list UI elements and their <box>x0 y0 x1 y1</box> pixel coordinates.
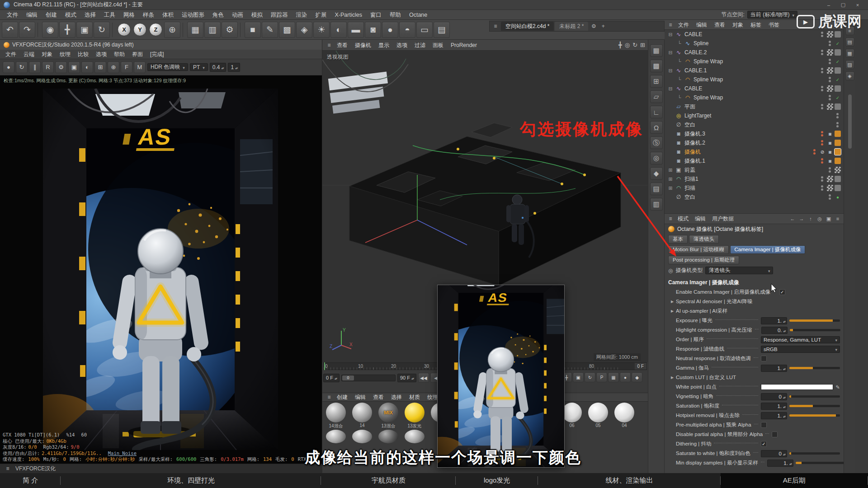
texture-tag-icon[interactable] <box>827 49 833 56</box>
expander-icon[interactable]: └ <box>676 95 683 100</box>
dropdown[interactable]: Response, Gamma, LUT <box>761 336 840 343</box>
material-thumbnail[interactable] <box>324 430 348 443</box>
pause-render-icon[interactable]: ∥ <box>29 61 41 73</box>
camera-tag-icon[interactable]: ◙ <box>827 149 833 155</box>
value-field[interactable]: 0. <box>761 327 788 334</box>
om-menu-item[interactable]: 编辑 <box>693 20 711 30</box>
kernel-select[interactable]: PT <box>190 63 208 71</box>
axis-icon[interactable]: ∟ <box>650 106 663 118</box>
camera-tag-icon[interactable]: ◙ <box>827 158 833 164</box>
menu-item[interactable]: 选择 <box>80 10 100 20</box>
attribute-tab[interactable]: Motion Blur | 运动模糊 <box>668 245 729 254</box>
viewer-menu-item[interactable]: 比较 <box>74 50 92 59</box>
tree-row[interactable]: ⊞ ◠ 扫描 <box>665 183 844 192</box>
material-thumbnail[interactable]: 14混合 <box>324 403 348 428</box>
texture-tag-icon[interactable] <box>827 176 833 182</box>
tree-row[interactable]: ◙ 摄像机.3 ◙ <box>665 129 844 138</box>
separator[interactable] <box>112 23 114 37</box>
visibility-dots[interactable] <box>829 167 831 173</box>
filmstrip-icon[interactable]: ▤ <box>434 22 450 38</box>
minimize-button[interactable]: – <box>822 1 835 9</box>
menu-item[interactable]: 模式 <box>61 10 80 20</box>
restart-render-icon[interactable]: ↻ <box>16 61 28 73</box>
frame-slider[interactable]: 0 <box>341 375 396 381</box>
state-tag-icon[interactable]: ⊘ <box>819 149 826 155</box>
viewer-menu-item[interactable]: 云端 <box>20 50 38 59</box>
texture-tag-icon[interactable] <box>835 140 841 146</box>
tree-row[interactable]: ◙ 摄像机.1 ◙ <box>665 156 844 165</box>
menu-item[interactable]: 跟踪器 <box>267 10 292 20</box>
viewer-menu-item[interactable]: 文件 <box>2 50 20 59</box>
sky-icon[interactable]: ◐ <box>330 22 347 38</box>
attribute-row[interactable]: Exposure | 曝光 1. 1. <box>665 316 844 325</box>
expander-icon[interactable]: ⊞ <box>667 167 674 173</box>
tree-row[interactable]: ▱ 平面 <box>665 102 844 111</box>
tree-row[interactable]: ⊟ ∿ CABLE <box>665 84 844 93</box>
render-picture-viewer-icon[interactable]: ▥ <box>204 22 221 38</box>
checkbox[interactable] <box>761 441 767 447</box>
render-settings-icon[interactable]: ⚙ <box>55 61 67 73</box>
checkbox[interactable] <box>761 356 767 361</box>
attribute-row[interactable]: ▶ Spectral AI denoiser | 光谱AI降噪 <box>665 297 844 306</box>
material-thumbnail[interactable]: 14 <box>350 403 374 428</box>
color-picker-icon[interactable] <box>835 384 840 390</box>
menu-item[interactable]: 运动图形 <box>178 10 208 20</box>
tree-row[interactable]: └ ◠ Spline Wrap ✓ <box>665 93 844 102</box>
visibility-dots[interactable] <box>813 149 816 155</box>
mode-menu-item[interactable]: 用户数据 <box>709 213 737 224</box>
checkbox[interactable] <box>772 432 778 437</box>
attribute-tab[interactable]: Post processing | 后期处理 <box>668 256 739 264</box>
up-icon[interactable]: ↑ <box>807 215 815 223</box>
camera-icon[interactable]: ◙ <box>365 22 381 38</box>
viewport-menu-item[interactable]: 过滤 <box>411 40 429 51</box>
region-scale-field[interactable]: 0.4 <box>210 63 226 72</box>
viewport-menu-item[interactable]: 查看 <box>333 40 351 51</box>
material-menu-item[interactable]: 创建 <box>333 393 351 402</box>
phong-tag-icon[interactable] <box>835 67 841 74</box>
cloner-icon[interactable]: ◈ <box>296 22 312 38</box>
texture-tag-icon[interactable] <box>835 131 841 137</box>
spline-pen-icon[interactable]: ✎ <box>262 22 278 38</box>
value-field[interactable]: 1. <box>761 403 787 410</box>
visibility-dots[interactable] <box>829 59 831 64</box>
focus-picker-icon[interactable]: ⊕ <box>108 61 119 73</box>
expander-icon[interactable]: ⊞ <box>667 176 674 182</box>
z-axis-button[interactable]: Z <box>149 23 162 36</box>
menu-item[interactable]: 工具 <box>100 10 119 20</box>
expander-icon[interactable]: ⊞ <box>667 185 674 191</box>
attribute-tab[interactable]: Camera Imager | 摄像机成像 <box>730 245 806 254</box>
measure-icon[interactable]: ◎ <box>650 152 663 164</box>
notes-icon[interactable]: ▤ <box>650 183 663 195</box>
phong-tag-icon[interactable] <box>835 176 841 182</box>
snap-icon[interactable]: Ⓢ <box>650 136 663 149</box>
texture-tag-icon[interactable] <box>835 167 841 173</box>
expander-icon[interactable]: ⊟ <box>667 86 674 92</box>
view-label[interactable]: 透视视图 <box>327 53 349 61</box>
visibility-dots[interactable] <box>836 113 839 118</box>
rotate-tool-icon[interactable]: ↻ <box>94 22 110 38</box>
octane-logo-icon[interactable]: ● <box>3 61 14 73</box>
tree-row[interactable]: └ ◠ Spline Wrap ✓ <box>665 57 844 66</box>
pin-icon[interactable]: ◆ <box>650 167 663 180</box>
texture-tag-icon[interactable] <box>827 185 833 191</box>
phong-tag-icon[interactable] <box>835 49 841 56</box>
render-view[interactable] <box>43 89 278 450</box>
menu-item[interactable]: 样条 <box>139 10 158 20</box>
zoom-view-icon[interactable]: ◎ <box>625 42 630 48</box>
film-icon[interactable]: ▦ <box>845 49 854 58</box>
attribute-row[interactable]: Gamma | 伽马 1. 1. <box>665 363 844 373</box>
state-tag-icon[interactable]: ✓ <box>835 58 841 65</box>
script-icon[interactable]: ▥ <box>650 198 663 211</box>
attribute-row[interactable]: Hotpixel removal | 噪点去除 1. 1. <box>665 411 844 420</box>
value-slider[interactable] <box>789 319 840 322</box>
layout-icon[interactable]: ▦ <box>650 44 663 57</box>
menu-item[interactable]: 编辑 <box>22 10 42 20</box>
toggle-view-icon[interactable]: ⊞ <box>640 42 645 48</box>
visibility-dots[interactable] <box>821 185 823 191</box>
value-slider[interactable] <box>789 367 840 369</box>
texture-tag-icon[interactable] <box>835 149 841 155</box>
subdivision-surface-icon[interactable]: ▩ <box>279 22 295 38</box>
viewport-menu-item[interactable]: 面板 <box>429 40 447 51</box>
course-section[interactable]: logo发光 <box>456 473 538 488</box>
course-section[interactable]: AE后期 <box>721 473 868 488</box>
